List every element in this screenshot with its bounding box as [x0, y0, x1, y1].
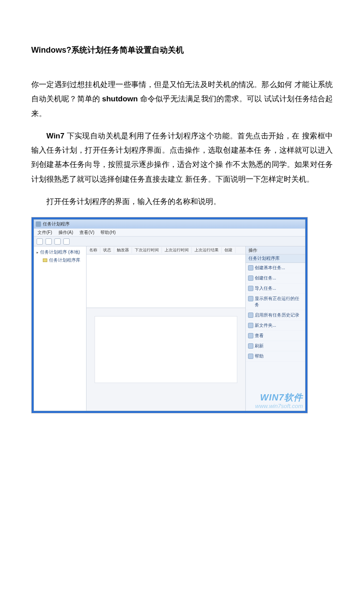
document-page: Windows?系统计划任务简单设置自动关机 你一定遇到过想挂机处理一些事情，但… — [0, 0, 364, 440]
para2-rest: 下实现自动关机是利用了任务计划程序这个功能。首先点击开始，在 搜索框中输入任务计… — [31, 132, 333, 183]
refresh-icon[interactable] — [63, 238, 70, 245]
tree-child[interactable]: 任务计划程序库 — [37, 256, 83, 264]
paragraph-3: 打开任务计划程序的界面，输入任务的名称和说明。 — [31, 195, 333, 209]
watermark: WIN7软件 www.win7soft.com — [255, 392, 303, 410]
back-icon[interactable] — [37, 238, 43, 245]
task-scheduler-screenshot: 任务计划程序 文件(F) 操作(A) 查看(V) 帮助(H) ▸ 任务计划程序 … — [31, 217, 308, 413]
col-last-run[interactable]: 上次运行时间 — [162, 247, 192, 253]
tree-root[interactable]: ▸ 任务计划程序 (本地) — [37, 248, 83, 256]
detail-content — [95, 316, 237, 383]
action-create-task[interactable]: 创建任务... — [246, 273, 305, 283]
col-name[interactable]: 名称 — [87, 247, 100, 253]
task-grid-body[interactable] — [87, 254, 245, 308]
title-rest: 系统计划任务简单设置自动关机 — [71, 46, 184, 54]
col-author[interactable]: 创建 — [222, 247, 236, 253]
forward-icon[interactable] — [46, 238, 52, 245]
col-last-result[interactable]: 上次运行结果 — [192, 247, 222, 253]
action-create-basic-task[interactable]: 创建基本任务... — [246, 263, 305, 273]
window-titlebar[interactable]: 任务计划程序 — [34, 220, 305, 229]
expand-icon[interactable]: ▸ — [37, 250, 38, 254]
watermark-line2: www.win7soft.com — [255, 403, 303, 410]
app-icon — [36, 221, 41, 227]
menu-file[interactable]: 文件(F) — [37, 229, 52, 236]
watermark-line1: WIN7软件 — [255, 392, 303, 403]
tree-root-label: 任务计划程序 (本地) — [40, 249, 80, 255]
col-next-run[interactable]: 下次运行时间 — [132, 247, 162, 253]
center-panel: 名称 状态 触发器 下次运行时间 上次运行时间 上次运行结果 创建 — [87, 246, 245, 411]
article-title: Windows?系统计划任务简单设置自动关机 — [31, 45, 333, 55]
window-title: 任务计划程序 — [43, 221, 70, 227]
paragraph-1: 你一定遇到过想挂机处理一些事情，但是又怕无法及时关机的情况。那么如何 才能让系统… — [31, 78, 333, 121]
folder-icon — [43, 258, 47, 262]
actions-header: 操作 — [246, 246, 305, 254]
paragraph-2: Win7 下实现自动关机是利用了任务计划程序这个功能。首先点击开始，在 搜索框中… — [31, 129, 333, 187]
action-help[interactable]: 帮助 — [246, 351, 305, 362]
shutdown-keyword: shutdown — [102, 95, 138, 103]
col-trigger[interactable]: 触发器 — [114, 247, 132, 253]
detail-panel — [87, 308, 245, 411]
actions-subheader: 任务计划程序库 — [246, 254, 305, 263]
menu-help[interactable]: 帮助(H) — [100, 229, 116, 236]
action-view[interactable]: 查看 — [246, 331, 305, 341]
task-grid-header[interactable]: 名称 状态 触发器 下次运行时间 上次运行时间 上次运行结果 创建 — [87, 246, 245, 254]
title-prefix: Windows? — [31, 46, 71, 54]
action-enable-history[interactable]: 启用所有任务历史记录 — [246, 310, 305, 321]
app-window: 任务计划程序 文件(F) 操作(A) 查看(V) 帮助(H) ▸ 任务计划程序 … — [33, 219, 306, 411]
tree-child-label: 任务计划程序库 — [49, 257, 80, 263]
win7-keyword: Win7 — [46, 132, 64, 140]
toolbar — [34, 237, 305, 246]
menu-view[interactable]: 查看(V) — [79, 229, 94, 236]
action-new-folder[interactable]: 新文件夹... — [246, 321, 305, 331]
menu-bar[interactable]: 文件(F) 操作(A) 查看(V) 帮助(H) — [34, 229, 305, 237]
action-refresh[interactable]: 刷新 — [246, 341, 305, 351]
actions-panel: 操作 任务计划程序库 创建基本任务... 创建任务... 导入任务... 显示所… — [245, 246, 305, 411]
help-icon[interactable] — [54, 238, 61, 245]
action-import-task[interactable]: 导入任务... — [246, 283, 305, 294]
col-status[interactable]: 状态 — [100, 247, 114, 253]
action-show-running[interactable]: 显示所有正在运行的任务 — [246, 294, 305, 310]
menu-action[interactable]: 操作(A) — [58, 229, 73, 236]
tree-panel[interactable]: ▸ 任务计划程序 (本地) 任务计划程序库 — [34, 246, 87, 411]
window-body: ▸ 任务计划程序 (本地) 任务计划程序库 名称 状态 触发器 下次运行时间 上 — [34, 246, 305, 411]
